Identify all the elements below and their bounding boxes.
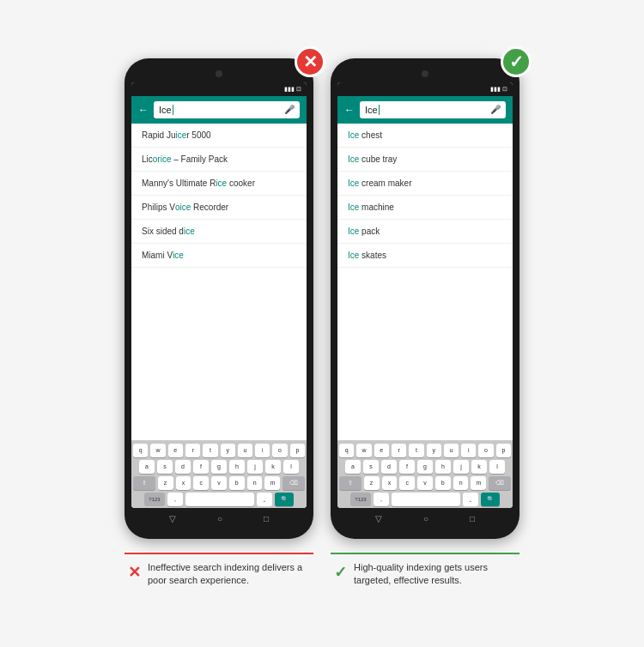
key-period[interactable]: .: [257, 493, 272, 506]
key-shift-r[interactable]: ⇧: [339, 476, 361, 490]
list-item[interactable]: Manny's Ultimate Rice cooker: [131, 172, 307, 196]
nav-back-right[interactable]: ▽: [375, 514, 382, 523]
key-l-r[interactable]: l: [489, 460, 505, 474]
key-t-r[interactable]: t: [409, 444, 423, 457]
key-c[interactable]: c: [193, 476, 209, 490]
key-x-r[interactable]: x: [382, 476, 398, 490]
key-u-r[interactable]: u: [444, 444, 459, 457]
key-search[interactable]: 🔍: [275, 493, 294, 506]
key-comma[interactable]: ,: [167, 493, 183, 506]
key-d-r[interactable]: d: [381, 460, 397, 474]
key-g-r[interactable]: g: [417, 460, 433, 474]
nav-home-left[interactable]: ○: [217, 514, 222, 523]
key-i[interactable]: i: [255, 444, 270, 457]
result-text: Six sided dice: [142, 227, 195, 236]
key-v-r[interactable]: v: [417, 476, 433, 490]
nav-home-right[interactable]: ○: [423, 514, 428, 523]
key-b[interactable]: b: [229, 476, 245, 490]
left-keyboard: q w e r t y u i o p a s d: [131, 440, 307, 508]
right-phone-wrapper: ✓ ▮▮▮ ⊡ ← Ice 🎤 Ice chest: [331, 58, 519, 539]
nav-back-left[interactable]: ▽: [169, 514, 176, 523]
key-f[interactable]: f: [193, 460, 209, 474]
right-search-inner[interactable]: Ice 🎤: [360, 101, 506, 118]
key-x[interactable]: x: [176, 476, 191, 490]
right-results: Ice chest Ice cube tray Ice cream maker …: [337, 124, 513, 440]
left-search-inner[interactable]: Ice 🎤: [154, 101, 300, 118]
key-l[interactable]: l: [283, 460, 299, 474]
key-k[interactable]: k: [265, 460, 281, 474]
list-item[interactable]: Six sided dice: [131, 220, 307, 244]
key-w[interactable]: w: [150, 444, 165, 457]
key-o-r[interactable]: o: [478, 444, 493, 457]
key-r-r[interactable]: r: [392, 444, 406, 457]
list-item[interactable]: Philips Voice Recorder: [131, 196, 307, 220]
key-d[interactable]: d: [175, 460, 191, 474]
key-z[interactable]: z: [158, 476, 173, 490]
list-item[interactable]: Ice chest: [337, 124, 513, 148]
good-caption: ✓ High-quality indexing gets users targe…: [331, 559, 519, 590]
key-p[interactable]: p: [290, 444, 305, 457]
key-123-r[interactable]: ?123: [350, 493, 371, 506]
bad-badge: ✕: [295, 46, 325, 77]
key-h-r[interactable]: h: [435, 460, 451, 474]
key-z-r[interactable]: z: [364, 476, 380, 490]
key-w-r[interactable]: w: [356, 444, 371, 457]
key-a[interactable]: a: [139, 460, 155, 474]
key-y[interactable]: y: [221, 444, 235, 457]
key-y-r[interactable]: y: [427, 444, 441, 457]
key-n[interactable]: n: [247, 476, 263, 490]
key-backspace-r[interactable]: ⌫: [489, 476, 511, 490]
list-item[interactable]: Rapid Juicer 5000: [131, 124, 307, 148]
key-o[interactable]: o: [272, 444, 287, 457]
list-item[interactable]: Licorice – Family Pack: [131, 148, 307, 172]
key-j[interactable]: j: [247, 460, 263, 474]
list-item[interactable]: Ice cube tray: [337, 148, 513, 172]
key-g[interactable]: g: [211, 460, 227, 474]
key-b-r[interactable]: b: [435, 476, 451, 490]
result-text: Ice chest: [348, 130, 382, 140]
list-item[interactable]: Ice pack: [337, 220, 513, 244]
list-item[interactable]: Ice skates: [337, 244, 513, 268]
key-m-r[interactable]: m: [471, 476, 486, 490]
key-k-r[interactable]: k: [471, 460, 487, 474]
key-q[interactable]: q: [133, 444, 148, 457]
list-item[interactable]: Miami Vice: [131, 244, 307, 268]
key-123[interactable]: ?123: [144, 493, 165, 506]
key-e[interactable]: e: [168, 444, 183, 457]
key-u[interactable]: u: [238, 444, 252, 457]
key-i-r[interactable]: i: [461, 444, 476, 457]
nav-recent-left[interactable]: □: [264, 514, 269, 523]
good-badge: ✓: [501, 46, 532, 77]
key-v[interactable]: v: [211, 476, 227, 490]
key-q-r[interactable]: q: [339, 444, 354, 457]
nav-recent-right[interactable]: □: [470, 514, 475, 523]
key-backspace[interactable]: ⌫: [283, 476, 305, 490]
key-period-r[interactable]: .: [463, 493, 478, 506]
key-t[interactable]: t: [203, 444, 217, 457]
key-c-r[interactable]: c: [399, 476, 415, 490]
kb-row1-r: q w e r t y u i o p: [339, 444, 511, 457]
key-shift[interactable]: ⇧: [133, 476, 155, 490]
key-a-r[interactable]: a: [345, 460, 361, 474]
left-search-bar[interactable]: ← Ice 🎤: [131, 96, 307, 124]
key-p-r[interactable]: p: [496, 444, 511, 457]
right-search-bar[interactable]: ← Ice 🎤: [337, 96, 513, 124]
key-j-r[interactable]: j: [453, 460, 469, 474]
key-s-r[interactable]: s: [363, 460, 379, 474]
key-m[interactable]: m: [264, 476, 280, 490]
bad-caption-block: ✕ Ineffective search indexing delivers a…: [125, 549, 313, 590]
key-r[interactable]: r: [185, 444, 200, 457]
key-comma-r[interactable]: ,: [374, 493, 389, 506]
key-space-r[interactable]: [392, 493, 460, 506]
status-icons-left: ▮▮▮ ⊡: [284, 86, 301, 93]
key-f-r[interactable]: f: [399, 460, 415, 474]
list-item[interactable]: Ice cream maker: [337, 172, 513, 196]
key-h[interactable]: h: [229, 460, 245, 474]
key-s[interactable]: s: [157, 460, 173, 474]
key-search-r[interactable]: 🔍: [481, 493, 500, 506]
right-nav-bar: ▽ ○ □: [337, 508, 513, 530]
list-item[interactable]: Ice machine: [337, 196, 513, 220]
key-n-r[interactable]: n: [453, 476, 469, 490]
key-e-r[interactable]: e: [374, 444, 389, 457]
key-space[interactable]: [185, 493, 254, 506]
